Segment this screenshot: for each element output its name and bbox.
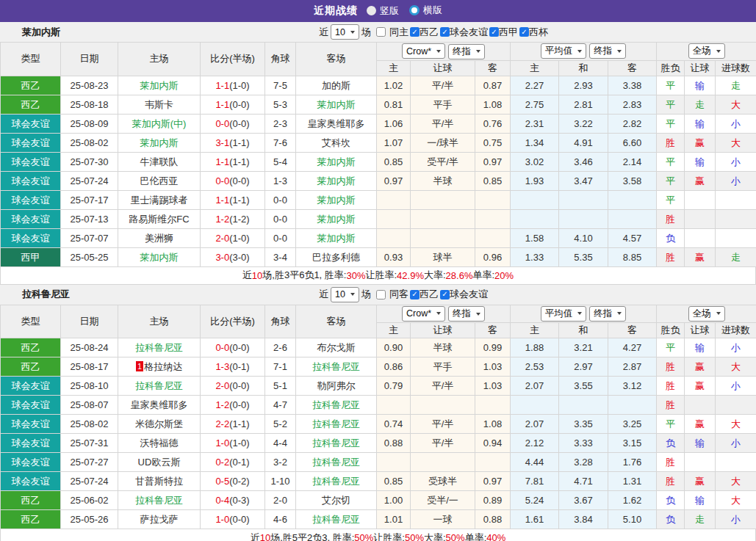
competition-badge: 西乙 — [1, 491, 61, 510]
home-team-name: 莱加内斯(中) — [132, 118, 187, 129]
goals-result: 大 — [716, 133, 756, 152]
league-filter-checkbox[interactable]: ✓西乙 — [410, 26, 439, 39]
titlebar: 近期战绩 竖版横版 — [0, 0, 756, 22]
avg-away-odds: 8.85 — [608, 247, 657, 266]
average-stage-select[interactable]: 终指 — [589, 306, 626, 322]
match-row: 西甲25-05-25莱加内斯3-0(3-0)3-4巴拉多利德0.93球半0.96… — [1, 247, 756, 266]
crow-away-odds: 0.97 — [475, 152, 511, 171]
layout-radio-horizontal[interactable]: 横版 — [409, 4, 442, 17]
win-draw-loss-result: 平 — [657, 76, 685, 95]
match-date: 25-05-25 — [61, 247, 118, 266]
layout-radio-vertical[interactable]: 竖版 — [367, 4, 399, 18]
score-cell: 1-2(0-0) — [201, 396, 265, 415]
league-filter-checkbox[interactable]: ✓西甲 — [489, 26, 518, 39]
same-venue-checkbox[interactable]: 同主 — [376, 26, 408, 39]
avg-home-odds — [511, 190, 559, 209]
same-venue-checkbox[interactable]: 同客 — [376, 288, 408, 301]
match-date: 25-08-02 — [61, 133, 118, 152]
checkbox-label: 西甲 — [499, 26, 518, 39]
radio-unchecked-icon[interactable] — [367, 6, 376, 15]
away-team-name: 拉科鲁尼亚 — [312, 514, 360, 525]
match-date: 25-07-31 — [61, 434, 118, 453]
checkbox-checked-icon[interactable]: ✓ — [519, 27, 529, 37]
avg-home-odds — [511, 209, 559, 228]
away-team-name: 艾尔切 — [322, 495, 350, 506]
match-count-select[interactable]: 10 — [331, 24, 359, 40]
period-select[interactable]: 全场 — [688, 306, 725, 322]
league-filter-checkbox[interactable]: ✓球会友谊 — [440, 26, 488, 39]
goals-result: 小 — [716, 434, 756, 453]
average-stage-select-value: 终指 — [594, 308, 612, 320]
sub-column-header: 进球数 — [716, 323, 756, 338]
home-team-name: 莱加内斯 — [140, 137, 179, 148]
away-team: 艾科坎 — [296, 133, 377, 152]
avg-draw-odds — [559, 396, 608, 415]
crow-home-odds: 0.79 — [377, 377, 411, 396]
crow-home-odds: 1.02 — [377, 76, 411, 95]
league-filter-checkbox[interactable]: ✓西杯 — [519, 26, 548, 39]
win-draw-loss-result: 平 — [657, 338, 685, 357]
checkbox-checked-icon[interactable]: ✓ — [440, 27, 450, 37]
crow-away-odds — [475, 396, 511, 415]
score-cell: 0-0(0-0) — [201, 171, 265, 190]
odds-stage-select-value: 终指 — [453, 46, 471, 58]
checkbox-unchecked-icon[interactable] — [376, 27, 386, 37]
avg-home-odds: 2.07 — [511, 415, 559, 434]
home-team-name: 里士满踢球者 — [131, 195, 188, 206]
odds-stage-select[interactable]: 终指 — [448, 306, 485, 322]
score-cell: 3-1(1-1) — [201, 133, 265, 152]
period-select[interactable]: 全场 — [688, 43, 725, 59]
avg-home-odds — [511, 396, 559, 415]
competition-badge: 西乙 — [1, 338, 61, 357]
match-date: 25-08-23 — [61, 76, 118, 95]
checkbox-checked-icon[interactable]: ✓ — [489, 27, 499, 37]
crow-away-odds: 0.76 — [475, 114, 511, 133]
chevron-down-icon — [350, 31, 355, 34]
full-time-score: 0-0 — [215, 175, 229, 186]
half-time-score: (0-0) — [229, 380, 249, 391]
average-select[interactable]: 平均值 — [541, 43, 587, 59]
checkbox-checked-icon[interactable]: ✓ — [410, 27, 420, 37]
goals-result: 小 — [716, 171, 756, 190]
match-count-select[interactable]: 10 — [331, 287, 359, 302]
win-draw-loss-result: 胜 — [657, 453, 685, 472]
match-date: 25-07-07 — [61, 228, 118, 247]
handicap-result: 输 — [685, 491, 716, 510]
away-team: 布尔戈斯 — [296, 338, 377, 357]
full-time-score: 1-1 — [215, 195, 229, 206]
half-time-score: (0-0) — [229, 514, 249, 525]
checkbox-checked-icon[interactable]: ✓ — [440, 290, 450, 299]
match-date: 25-06-02 — [61, 491, 118, 510]
bookmaker-select[interactable]: Crow* — [402, 306, 445, 322]
competition-badge: 西乙 — [1, 95, 61, 114]
corners: 3-4 — [265, 247, 296, 266]
avg-away-odds: 3.58 — [608, 171, 657, 190]
crow-away-odds: 1.08 — [475, 415, 511, 434]
competition-badge: 西乙 — [1, 76, 61, 95]
average-select[interactable]: 平均值 — [541, 306, 587, 322]
odds-stage-select[interactable]: 终指 — [448, 44, 485, 59]
match-row: 西乙25-08-18韦斯卡1-1(0-0)5-3莱加内斯0.81平手1.082.… — [1, 95, 756, 114]
crow-handicap: 平/半 — [411, 76, 475, 95]
crow-away-odds: 1.03 — [475, 377, 511, 396]
average-stage-select[interactable]: 终指 — [589, 43, 626, 59]
league-filter-checkbox[interactable]: ✓西乙 — [410, 288, 439, 301]
away-team-name: 莱加内斯 — [317, 195, 356, 206]
avg-home-odds: 2.75 — [511, 95, 559, 114]
sub-column-header: 让球 — [685, 60, 716, 76]
competition-badge: 球会友谊 — [1, 472, 61, 491]
crow-away-odds: 0.89 — [475, 491, 511, 510]
league-filter-checkbox[interactable]: ✓球会友谊 — [440, 288, 488, 301]
bookmaker-select[interactable]: Crow* — [402, 43, 445, 59]
avg-draw-odds: 3.84 — [559, 510, 608, 529]
column-header: 角球 — [265, 43, 296, 76]
checkbox-checked-icon[interactable]: ✓ — [410, 290, 420, 299]
score-cell: 2-2(1-1) — [201, 415, 265, 434]
crow-home-odds: 0.88 — [377, 434, 411, 453]
home-team: 莱加内斯 — [118, 76, 201, 95]
radio-checked-icon[interactable] — [409, 5, 420, 15]
crow-away-odds — [475, 453, 511, 472]
checkbox-unchecked-icon[interactable] — [376, 290, 386, 299]
avg-away-odds — [608, 209, 657, 228]
away-team: 拉科鲁尼亚 — [296, 396, 377, 415]
